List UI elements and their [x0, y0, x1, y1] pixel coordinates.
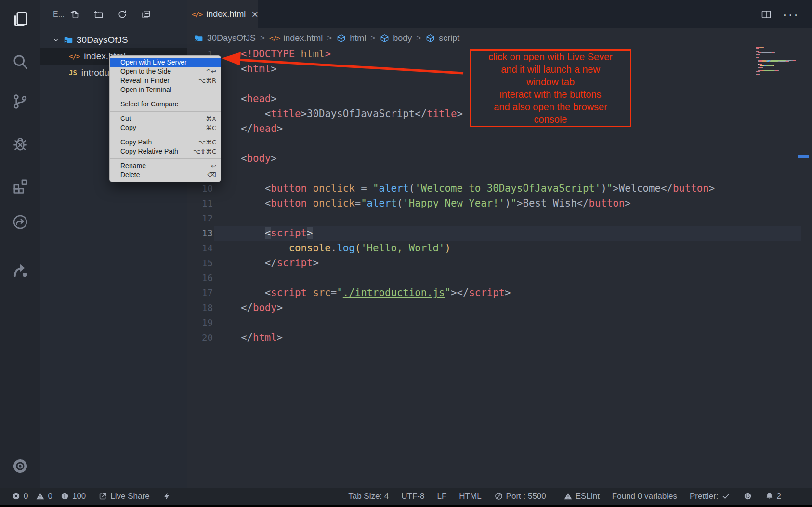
status-item-port-5500[interactable]: Port : 5500 — [494, 492, 546, 501]
export-icon — [98, 492, 107, 501]
menu-item-delete[interactable]: Delete⌫ — [110, 170, 221, 180]
menu-item-copy[interactable]: Copy⌘C — [110, 123, 221, 132]
status-item-prettier-[interactable]: Prettier: — [690, 492, 731, 501]
line-number: 10 — [187, 181, 213, 196]
breadcrumb-separator: > — [260, 33, 265, 43]
breadcrumb-item-html[interactable]: html — [336, 33, 366, 43]
menu-item-label: Reveal in Finder — [120, 76, 170, 85]
code-line-10[interactable]: <button onclick = "alert('Welcome to 30D… — [241, 181, 715, 196]
code-line-16[interactable] — [241, 271, 715, 286]
menu-item-shortcut: ^↩ — [206, 67, 216, 76]
new-folder-icon[interactable] — [93, 9, 104, 20]
menu-item-copy-relative-path[interactable]: Copy Relative Path⌥⇧⌘C — [110, 147, 221, 156]
menu-separator — [110, 97, 221, 97]
overview-ruler-marker[interactable] — [798, 155, 809, 158]
search-icon[interactable] — [12, 53, 29, 70]
breadcrumb-item-script[interactable]: script — [425, 33, 459, 43]
extensions-icon[interactable] — [12, 177, 29, 195]
status-item-tab-size-4[interactable]: Tab Size: 4 — [348, 492, 389, 501]
menu-item-rename[interactable]: Rename↩ — [110, 161, 221, 170]
annotation-line: click on open with Live Sever — [471, 51, 630, 63]
line-number: 18 — [187, 300, 213, 315]
status-item-smiley[interactable] — [743, 492, 752, 501]
menu-separator — [110, 158, 221, 159]
tab-index-html[interactable]: </> index.html × — [187, 0, 258, 28]
menu-separator — [110, 111, 221, 112]
breadcrumb-label: html — [350, 33, 366, 43]
menu-item-label: Open in Terminal — [120, 85, 171, 94]
menu-item-label: Rename — [120, 161, 146, 170]
line-number: 11 — [187, 196, 213, 211]
breadcrumb-item-30DaysOfJS[interactable]: 30DaysOfJS — [194, 33, 256, 43]
status-item-2[interactable]: 2 — [765, 492, 781, 501]
menu-item-open-with-live-server[interactable]: Open with Live Server — [110, 58, 221, 67]
menu-item-copy-path[interactable]: Copy Path⌥⌘C — [110, 138, 221, 147]
code-line-11[interactable]: <button onclick="alert('Happy New Year!'… — [241, 196, 715, 211]
status-label: 100 — [72, 492, 86, 501]
code-line-18[interactable]: </body> — [241, 300, 715, 315]
line-number: 16 — [187, 271, 213, 286]
code-line-12[interactable] — [241, 211, 715, 226]
menu-item-cut[interactable]: Cut⌘X — [110, 114, 221, 123]
error-icon — [12, 492, 21, 501]
menu-item-label: Open with Live Server — [120, 58, 187, 67]
tree-root-folder[interactable]: 30DaysOfJS — [40, 32, 187, 48]
settings-gear-icon[interactable] — [12, 457, 29, 475]
more-actions-icon[interactable]: ··· — [783, 12, 799, 17]
menu-item-label: Copy — [120, 123, 136, 132]
status-item-live-share[interactable]: Live Share — [98, 492, 149, 501]
line-number: 14 — [187, 241, 213, 256]
menu-item-select-for-compare[interactable]: Select for Compare — [110, 100, 221, 109]
debug-icon[interactable] — [12, 135, 29, 153]
split-editor-icon[interactable] — [760, 9, 772, 20]
breadcrumb-separator: > — [327, 33, 332, 43]
status-item-bolt[interactable] — [162, 492, 171, 501]
line-number: 13 — [187, 226, 213, 241]
code-line-9[interactable] — [241, 166, 715, 181]
status-label: ESLint — [576, 492, 600, 501]
menu-item-reveal-in-finder[interactable]: Reveal in Finder⌥⌘R — [110, 76, 221, 85]
code-line-15[interactable]: </script> — [241, 256, 715, 271]
folder-icon — [194, 33, 204, 43]
tab-label: index.html — [206, 9, 246, 19]
status-label: Tab Size: 4 — [348, 492, 389, 501]
status-item-html[interactable]: HTML — [459, 492, 481, 501]
status-item-0[interactable]: 0 — [12, 492, 28, 501]
breadcrumb-item-index.html[interactable]: </>index.html — [269, 33, 323, 43]
code-line-13[interactable]: <script> — [241, 226, 715, 241]
share-arrow-icon[interactable] — [12, 261, 29, 279]
menu-item-open-to-the-side[interactable]: Open to the Side^↩ — [110, 67, 221, 76]
new-file-icon[interactable] — [70, 9, 80, 20]
status-label: 0 — [48, 492, 52, 501]
status-bar: 00100Live Share Tab Size: 4UTF-8LFHTMLPo… — [0, 488, 812, 505]
status-item-found-0-variables[interactable]: Found 0 variables — [612, 492, 677, 501]
menu-item-open-in-terminal[interactable]: Open in Terminal — [110, 85, 221, 94]
menu-item-label: Select for Compare — [120, 100, 179, 109]
refresh-icon[interactable] — [117, 9, 128, 20]
root-folder-label: 30DaysOfJS — [77, 35, 128, 45]
code-line-7[interactable] — [241, 136, 715, 151]
code-line-20[interactable]: </html> — [241, 330, 715, 345]
code-line-19[interactable] — [241, 315, 715, 330]
minimap[interactable] — [756, 47, 798, 76]
status-label: Port : 5500 — [506, 492, 546, 501]
breadcrumb-item-body[interactable]: body — [380, 33, 412, 43]
code-line-14[interactable]: console.log('Hello, World') — [241, 241, 715, 256]
js-file-icon: JS — [69, 69, 77, 77]
code-line-17[interactable]: <script src="./introduction.js"></script… — [241, 286, 715, 300]
menu-item-shortcut: ↩ — [211, 161, 216, 170]
status-item-eslint[interactable]: ESLint — [563, 492, 600, 501]
source-control-icon[interactable] — [12, 93, 29, 110]
status-item-utf-8[interactable]: UTF-8 — [401, 492, 424, 501]
annotation-line: and it will launch a new — [471, 63, 630, 76]
status-item-lf[interactable]: LF — [437, 492, 446, 501]
status-label: 2 — [777, 492, 781, 501]
slash-icon — [494, 492, 503, 501]
code-line-8[interactable]: <body> — [241, 151, 715, 166]
status-item-100[interactable]: 100 — [60, 492, 86, 501]
collapse-all-icon[interactable] — [141, 9, 151, 20]
status-item-0[interactable]: 0 — [36, 492, 52, 501]
files-icon[interactable] — [12, 11, 29, 28]
tab-close-icon[interactable]: × — [251, 10, 258, 19]
live-share-icon[interactable] — [12, 213, 29, 231]
